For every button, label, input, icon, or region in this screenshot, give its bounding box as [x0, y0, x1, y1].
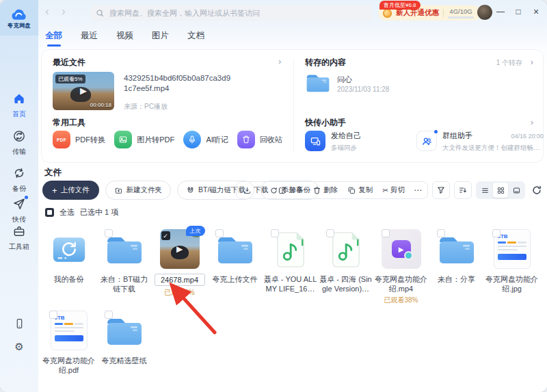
tool-ai-transcribe[interactable]: AI听记: [183, 131, 228, 148]
search-input[interactable]: [108, 8, 366, 18]
back-button[interactable]: ‹: [41, 5, 53, 18]
file-item-upload-folder[interactable]: 夸克上传文件: [207, 224, 263, 305]
download-icon: [243, 186, 252, 195]
topbar: ‹ › 首月低至¥6.8 新人开通优惠 4G/10G — □ ×: [38, 0, 547, 25]
saved-content-more-button[interactable]: ›: [531, 57, 533, 67]
tool-image-to-pdf[interactable]: 图片转PDF: [114, 131, 174, 148]
close-button[interactable]: ×: [529, 5, 543, 18]
file-item-wallpaper-folder[interactable]: 夸克精选壁纸: [96, 305, 152, 375]
upload-button[interactable]: +上传文件: [42, 181, 99, 200]
video-duration: 00:00:18: [90, 102, 111, 108]
sidebar-item-transfer[interactable]: 传输: [0, 129, 38, 157]
sidebar: 夸克网盘 首页 传输 备份 快传 工具箱 ⚙: [0, 0, 38, 392]
recent-files-title: 最近文件: [53, 57, 85, 68]
send-icon: [12, 197, 26, 211]
file-item-bt-folder[interactable]: 来自：BT磁力链下载: [96, 224, 152, 305]
new-folder-button[interactable]: 新建文件夹: [105, 181, 172, 200]
assistant-send-to-self[interactable]: 发给自己 多端同步: [305, 131, 361, 153]
recent-video-source: 来源：PC播放: [124, 102, 168, 112]
sidebar-item-quick-send[interactable]: 快传: [0, 197, 38, 224]
item-checkbox[interactable]: [215, 229, 224, 237]
watched-badge: 已观看5%: [55, 75, 85, 83]
item-checkbox[interactable]: [105, 311, 113, 319]
file-item-my-backup[interactable]: 我的备份: [41, 224, 96, 305]
download-action[interactable]: 下载: [238, 185, 273, 195]
maximize-button[interactable]: □: [511, 5, 525, 18]
rename-input[interactable]: 24678.mp4: [155, 274, 205, 286]
coin-icon: [383, 9, 392, 18]
sidebar-item-backup[interactable]: 备份: [0, 166, 38, 194]
assistant-group-helper[interactable]: 群组助手 04/16 20:00 大文件发送更方便！创建群组畅聊发送…: [416, 131, 536, 153]
promo-ribbon: 首月低至¥6.8: [379, 1, 421, 10]
saved-count: 1 个转存: [496, 58, 522, 68]
item-checkbox[interactable]: [326, 229, 334, 237]
share-icon: [278, 186, 286, 195]
app-window: 夸克网盘 首页 传输 备份 快传 工具箱 ⚙ ‹ ›: [0, 0, 547, 392]
music-file-icon: [331, 231, 361, 268]
item-checkbox[interactable]: [492, 229, 501, 237]
folder-icon: [437, 234, 477, 266]
recent-video-thumbnail[interactable]: 已观看5% ▶ 00:00:18: [53, 72, 114, 110]
filter-button[interactable]: [432, 181, 450, 199]
item-checkbox[interactable]: [437, 229, 445, 237]
assistant-title: 快传小助手: [305, 117, 346, 129]
file-item-music-1[interactable]: 聂卓 - YOU ALL MY LIFE_16…: [263, 224, 318, 305]
tab-videos[interactable]: 视频: [115, 27, 135, 44]
file-item-share-folder[interactable]: 来自：分享: [429, 224, 484, 305]
file-grid: 我的备份 来自：BT磁力链下载 ▶ ✓ 上次 24678.mp4 已观看6%: [41, 224, 542, 375]
files-toolbar: +上传文件 新建文件夹 BT/磁力链下载 添加备份 下载 分享 删除 复制 ✂剪…: [42, 181, 543, 201]
forward-button[interactable]: ›: [57, 5, 70, 18]
item-checkbox[interactable]: [49, 311, 57, 319]
preview-view-button[interactable]: [509, 183, 524, 198]
recent-files-more-button[interactable]: ›: [278, 57, 281, 66]
sidebar-item-toolbox[interactable]: 工具箱: [0, 224, 38, 252]
file-item-music-2[interactable]: 聂卓 - 四海 (Single Version)…: [318, 224, 373, 305]
grid-view-button[interactable]: [493, 183, 508, 198]
notification-dot: [25, 196, 28, 199]
list-view-button[interactable]: [477, 183, 492, 198]
avatar[interactable]: [477, 5, 492, 20]
saved-folder-time: 2023/11/03 11:28: [337, 86, 389, 93]
preview-view-icon: [512, 186, 521, 195]
sort-button[interactable]: [454, 181, 472, 199]
tool-recycle-bin[interactable]: 回收站: [237, 131, 282, 148]
file-item-intro-jpg[interactable]: 6TB 夸克网盘功能介绍.jpg: [484, 224, 539, 305]
assistant-more-button[interactable]: ›: [531, 118, 533, 127]
refresh-button[interactable]: [531, 184, 543, 196]
saved-folder-icon[interactable]: [305, 73, 331, 94]
more-actions-button[interactable]: ⋯: [410, 185, 426, 195]
file-item-intro-pdf[interactable]: 6TB 夸克网盘功能介绍.pdf: [41, 305, 96, 375]
item-checkbox[interactable]: [105, 229, 113, 237]
tab-all[interactable]: 全部: [44, 27, 64, 44]
share-action[interactable]: 分享: [273, 185, 308, 195]
magnet-icon: [186, 186, 195, 195]
saved-folder-name[interactable]: 问心: [337, 75, 352, 85]
music-file-icon: [276, 231, 306, 268]
tab-images[interactable]: 图片: [150, 27, 170, 44]
mobile-app-icon[interactable]: [0, 317, 38, 333]
image-to-pdf-icon: [114, 131, 132, 148]
settings-icon[interactable]: ⚙: [0, 341, 38, 353]
selected-count: 已选中 1 项: [80, 207, 118, 218]
tool-pdf-convert[interactable]: PDF PDF转换: [53, 131, 105, 148]
sidebar-item-home[interactable]: 首页: [0, 92, 38, 119]
copy-action[interactable]: 复制: [343, 185, 377, 195]
file-item-intro-video[interactable]: ▶ 夸克网盘功能介绍.mp4 已观看38%: [373, 224, 429, 305]
common-tools-row: PDF PDF转换 图片转PDF AI听记 回收站: [53, 131, 282, 148]
select-all-checkbox[interactable]: [45, 208, 54, 217]
minimize-button[interactable]: —: [494, 5, 507, 18]
common-tools-title: 常用工具: [53, 117, 85, 129]
promo-banner[interactable]: 首月低至¥6.8 新人开通优惠 4G/10G: [378, 5, 481, 21]
select-all-label[interactable]: 全选: [59, 207, 75, 218]
folder-icon: [215, 234, 255, 266]
tab-recent[interactable]: 最近: [79, 27, 99, 44]
cut-action[interactable]: ✂剪切: [377, 185, 410, 195]
tab-documents[interactable]: 文档: [186, 27, 206, 44]
funnel-icon: [436, 185, 446, 195]
item-checkbox[interactable]: [382, 229, 390, 237]
delete-action[interactable]: 删除: [308, 185, 343, 195]
file-item-selected-video[interactable]: ▶ ✓ 上次 24678.mp4 已观看6%: [152, 224, 207, 305]
item-checkbox[interactable]: [271, 229, 279, 237]
view-toggle-group: [476, 181, 525, 199]
item-checkbox-checked[interactable]: ✓: [161, 231, 170, 240]
